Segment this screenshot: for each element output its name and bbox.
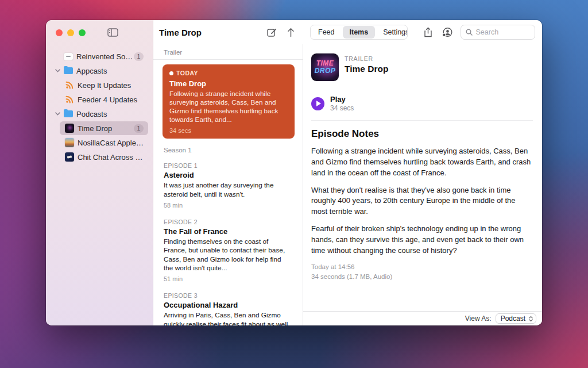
list-item-episode-1[interactable]: EPISODE 1 Asteroid It was just another d… [153,157,303,213]
search-input[interactable] [475,28,530,36]
tab-feed[interactable]: Feed [311,26,342,39]
window-controls [46,28,153,37]
detail-footer: View As: Podcast [303,311,542,325]
episode-kicker: EPISODE 3 [164,292,292,299]
episode-duration: 58 min [164,202,292,209]
stepper-chevrons-icon [529,316,533,321]
sidebar-item-label: Feeder 4 Updates [78,95,144,104]
upload-arrow-icon[interactable] [287,28,295,37]
chevron-down-icon[interactable] [55,69,63,72]
close-button[interactable] [56,29,63,36]
search-field[interactable] [461,25,535,40]
sidebar-item-label: Chit Chat Across the Po... [78,153,144,162]
sidebar-item-appcasts[interactable]: Appcasts [51,64,148,78]
sidebar-item-podcasts[interactable]: Podcasts [51,107,148,121]
app-window-icon [63,52,73,61]
play-icon [316,101,321,106]
search-icon [466,29,473,36]
toolbar: Feed Items Settings [303,20,542,44]
episode-detail[interactable]: TIME DROP TRAILER Time Drop Play 34 secs [303,44,542,311]
episode-kicker: EPISODE 2 [164,218,292,225]
episode-title: Asteroid [164,171,292,179]
detail-column: Feed Items Settings TIME [303,20,542,325]
episode-notes-heading: Episode Notes [311,128,533,140]
tab-items[interactable]: Items [343,26,376,39]
view-as-select[interactable]: Podcast [496,313,536,324]
file-info: 34 seconds (1.7 MB, Audio) [311,272,533,282]
sidebar-item-label: Keep It Updates [78,81,144,90]
episode-title: Time Drop [169,79,288,88]
sidebar-item-reinvented-software[interactable]: Reinvented Software 1 [51,49,148,63]
sidebar-item-keep-it-updates[interactable]: Keep It Updates [60,78,148,92]
unread-dot-icon [169,71,173,75]
episode-description: Following a strange incident while surve… [169,90,288,124]
view-tabs: Feed Items Settings [310,25,408,40]
list-item-trailer-selected[interactable]: TODAY Time Drop Following a strange inci… [163,64,295,139]
sidebar: Reinvented Software 1 Appcasts Keep It U… [46,20,153,325]
notes-paragraph: What they don't realise is that they've … [311,185,533,218]
today-status: TODAY [169,70,288,76]
view-as-label: View As: [465,315,492,323]
rss-icon [64,81,74,90]
section-header-trailer: Trailer [153,44,303,59]
unread-badge: 1 [134,52,144,61]
sidebar-item-chit-chat[interactable]: Chit Chat Across the Po... [60,150,148,164]
feed-title: Time Drop [159,28,267,37]
share-icon[interactable] [424,27,432,37]
list-item-episode-2[interactable]: EPISODE 2 The Fall of France Finding the… [153,213,303,287]
zoom-button[interactable] [79,29,86,36]
podcast-artwork: TIME DROP [311,53,339,81]
chevron-down-icon[interactable] [55,112,63,116]
compose-icon[interactable] [267,28,277,37]
feed-list: Reinvented Software 1 Appcasts Keep It U… [46,49,153,164]
episode-duration: 34 secs [169,127,288,134]
episode-title: The Fall of France [164,227,292,236]
sidebar-item-label: Time Drop [78,124,134,133]
notes-paragraph: Fearful of their broken ship's technolog… [311,224,533,256]
episode-description: It was just another day surveying the as… [164,181,292,199]
list-item-episode-3[interactable]: EPISODE 3 Occupational Hazard Arriving i… [153,287,303,325]
sidebar-item-label: NosillaCast Apple Podc... [78,139,144,147]
episode-type-label: TRAILER [345,55,388,62]
time-drop-artwork-icon [64,124,74,133]
sidebar-item-label: Reinvented Software [76,52,134,61]
subscribers-icon[interactable] [442,27,452,37]
desktop-wallpaper: Reinvented Software 1 Appcasts Keep It U… [0,0,588,368]
notes-paragraph: Following a strange incident while surve… [311,146,533,179]
sidebar-item-time-drop[interactable]: Time Drop 1 [60,121,148,135]
sidebar-item-label: Podcasts [76,110,144,118]
play-row: Play 34 secs [311,95,533,112]
section-header-season: Season 1 [153,142,303,157]
episode-duration: 51 min [164,275,292,282]
app-window: Reinvented Software 1 Appcasts Keep It U… [46,20,542,325]
play-button[interactable] [311,97,324,110]
publish-timestamp: Today at 14:56 [311,262,533,272]
rss-icon [64,95,74,104]
sidebar-toggle-icon[interactable] [107,28,118,37]
tab-settings[interactable]: Settings [376,26,408,39]
episode-kicker: EPISODE 1 [164,162,292,169]
play-duration: 34 secs [330,104,354,112]
chitchat-artwork-icon [64,153,74,162]
nosillacast-artwork-icon [64,139,74,147]
episode-list-column: Time Drop Trailer TODAY Time Drop Follow… [153,20,303,325]
detail-panel: TIME DROP TRAILER Time Drop Play 34 secs [303,44,542,325]
sidebar-item-nosillacast[interactable]: NosillaCast Apple Podc... [60,136,148,150]
folder-icon [63,110,73,118]
episode-title: Occupational Hazard [164,301,292,309]
play-label: Play [330,95,354,103]
unread-badge: 1 [134,124,144,133]
folder-icon [63,67,73,75]
episode-detail-title: Time Drop [345,64,388,74]
episode-list[interactable]: TODAY Time Drop Following a strange inci… [153,60,303,325]
minimize-button[interactable] [67,29,74,36]
episode-description: Arriving in Paris, Cass, Ben and Gizmo q… [164,311,292,325]
sidebar-item-feeder-4-updates[interactable]: Feeder 4 Updates [60,93,148,106]
sidebar-item-label: Appcasts [76,67,144,75]
episode-description: Finding themselves on the coast of Franc… [164,237,292,273]
list-header: Time Drop [153,20,303,44]
